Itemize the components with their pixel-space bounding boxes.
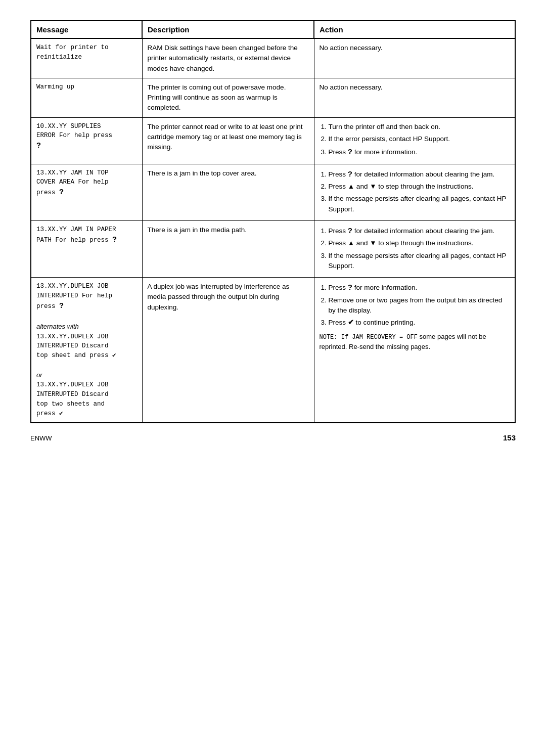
action-cell: Turn the printer off and then back on. I… xyxy=(314,117,515,164)
description-cell: The printer is coming out of powersave m… xyxy=(142,78,314,117)
col-header-message: Message xyxy=(31,21,142,38)
table-row: 13.XX.YY.DUPLEX JOBINTERRUPTED For helpp… xyxy=(31,278,515,423)
table-row: 10.XX.YY SUPPLIESERROR For help press? T… xyxy=(31,117,515,164)
message-cell: 13.XX.YY JAM IN PAPERPATH For help press… xyxy=(31,220,142,277)
message-cell: 13.XX.YY JAM IN TOPCOVER AREA For helppr… xyxy=(31,164,142,220)
action-cell: Press ? for detailed information about c… xyxy=(314,220,515,277)
action-cell: Press ? for detailed information about c… xyxy=(314,164,515,220)
col-header-action: Action xyxy=(314,21,515,38)
or-text: or xyxy=(36,371,42,379)
action-cell: No action necessary. xyxy=(314,78,515,117)
footer-enww: ENWW xyxy=(30,434,52,442)
footer-page-number: 153 xyxy=(503,433,516,442)
message-cell: Warming up xyxy=(31,78,142,117)
main-table: Message Description Action Wait for prin… xyxy=(30,20,516,423)
description-cell: A duplex job was interrupted by interfer… xyxy=(142,278,314,423)
message-cell: 10.XX.YY SUPPLIESERROR For help press? xyxy=(31,117,142,164)
message-cell: 13.XX.YY.DUPLEX JOBINTERRUPTED For helpp… xyxy=(31,278,142,423)
col-header-description: Description xyxy=(142,21,314,38)
action-cell: Press ? for more information. Remove one… xyxy=(314,278,515,423)
question-mark: ? xyxy=(36,142,41,150)
table-row: 13.XX.YY JAM IN PAPERPATH For help press… xyxy=(31,220,515,277)
page-container: Message Description Action Wait for prin… xyxy=(0,0,546,756)
action-cell: No action necessary. xyxy=(314,38,515,78)
alternates-with-text: alternates with xyxy=(36,323,79,330)
description-cell: There is a jam in the top cover area. xyxy=(142,164,314,220)
table-row: Wait for printer toreinitialize RAM Disk… xyxy=(31,38,515,78)
table-row: 13.XX.YY JAM IN TOPCOVER AREA For helppr… xyxy=(31,164,515,220)
description-cell: The printer cannot read or write to at l… xyxy=(142,117,314,164)
message-cell: Wait for printer toreinitialize xyxy=(31,38,142,78)
description-cell: There is a jam in the media path. xyxy=(142,220,314,277)
page-footer: ENWW 153 xyxy=(30,433,516,442)
description-cell: RAM Disk settings have been changed befo… xyxy=(142,38,314,78)
table-row: Warming up The printer is coming out of … xyxy=(31,78,515,117)
